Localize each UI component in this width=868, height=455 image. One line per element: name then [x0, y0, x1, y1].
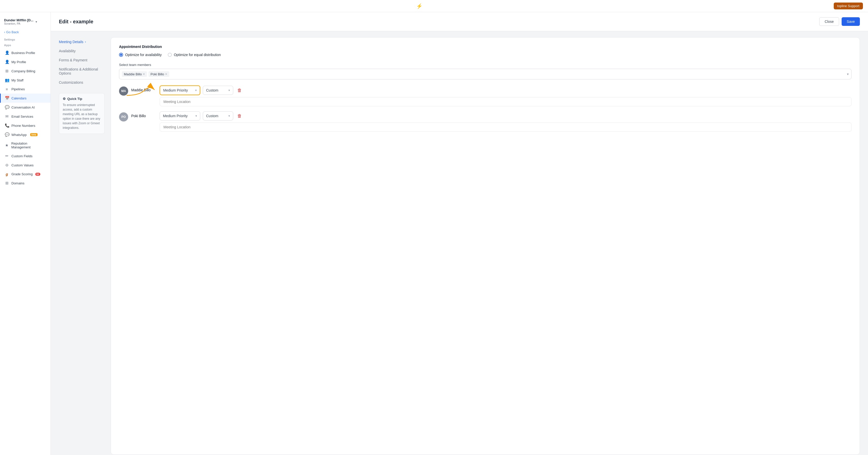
sidebar-item-label: Company Billing [11, 69, 35, 73]
topbar-center: ⚡ [416, 3, 423, 9]
chevron-down-icon: ▾ [35, 20, 37, 24]
workspace-name: Dunder Mifflin [D... [4, 18, 33, 22]
save-button[interactable]: Save [842, 17, 860, 26]
sidebar-item-email-services[interactable]: ✉ Email Services [0, 112, 51, 121]
location-input-maddie[interactable] [160, 97, 851, 106]
edit-actions: Close Save [819, 17, 860, 26]
priority-value-maddie: Medium Priority [163, 88, 188, 92]
domains-icon: ⊞ [5, 181, 9, 185]
radio-circle-checked [119, 53, 123, 57]
sidebar-item-whatsapp[interactable]: 💬 WhatsApp beta [0, 130, 51, 139]
nav-item-customizations[interactable]: Customizations [59, 78, 104, 87]
my-profile-icon: 👤 [5, 60, 9, 64]
sidebar-item-company-billing[interactable]: ⊞ Company Billing [0, 66, 51, 75]
sidebar-item-business-profile[interactable]: 👤 Business Profile [0, 48, 51, 57]
custom-value-poki: Custom [206, 114, 218, 118]
avatar-initials-maddie: MA [121, 89, 126, 93]
main-content: Edit - example Close Save Meeting Detail… [51, 12, 868, 455]
sidebar-item-label: Custom Fields [11, 154, 32, 158]
priority-select-poki[interactable]: Medium Priority ▾ [160, 111, 200, 121]
sidebar-item-phone-numbers[interactable]: 📞 Phone Numbers [0, 121, 51, 130]
pipelines-icon: ≡ [5, 87, 9, 91]
custom-fields-icon: ✏ [5, 154, 9, 158]
sidebar-item-label: My Staff [11, 78, 23, 82]
sidebar-item-custom-fields[interactable]: ✏ Custom Fields [0, 152, 51, 161]
avatar-maddie: MA [119, 87, 128, 96]
avatar-initials-poki: PO [121, 115, 126, 119]
priority-chevron-icon-maddie: ▾ [195, 89, 197, 92]
delete-maddie-button[interactable]: 🗑 [236, 86, 243, 95]
support-button[interactable]: topline Support [834, 3, 863, 9]
reputation-icon: ★ [5, 143, 9, 148]
sidebar-item-conversation-ai[interactable]: 💬 Conversation AI [0, 103, 51, 112]
sidebar-item-pipelines[interactable]: ≡ Pipelines [0, 85, 51, 94]
sidebar-item-my-profile[interactable]: 👤 My Profile [0, 57, 51, 66]
beta-badge: beta [30, 133, 37, 136]
team-tag-poki: Poki Billo × [149, 71, 169, 77]
team-tag-maddie: Maddie Billo × [122, 71, 147, 77]
custom-chevron-icon-poki: ▾ [228, 114, 230, 118]
apps-label: Apps [0, 43, 51, 48]
email-services-icon: ✉ [5, 114, 9, 119]
appointment-distribution-label: Appointment Distribution [119, 45, 851, 49]
sidebar-item-label: WhatsApp [11, 133, 27, 137]
location-row-poki [160, 123, 851, 132]
location-row-maddie [160, 97, 851, 106]
sidebar-item-label: Email Services [11, 115, 33, 119]
edit-header: Edit - example Close Save [51, 12, 868, 31]
sidebar-item-reputation-management[interactable]: ★ Reputation Management [0, 139, 51, 152]
avatar-poki: PO [119, 112, 128, 122]
whatsapp-icon: 💬 [5, 132, 9, 137]
nav-item-notifications[interactable]: Notifications & Additional Options [59, 65, 104, 78]
custom-values-icon: ⊖ [5, 163, 9, 167]
priority-chevron-icon-poki: ▾ [195, 114, 197, 118]
location-input-poki[interactable] [160, 123, 851, 132]
sidebar-item-my-staff[interactable]: 👥 My Staff [0, 75, 51, 85]
nav-item-forms-payment[interactable]: Forms & Payment [59, 56, 104, 65]
workspace-sub: Scranton, PA [4, 22, 33, 25]
conversation-ai-icon: 💬 [5, 105, 9, 109]
content-area: Meeting Details › Availability Forms & P… [51, 31, 868, 455]
sidebar-item-label: Pipelines [11, 87, 25, 91]
sidebar-item-grade-scoring[interactable]: g Grade Scoring 52 [0, 170, 51, 178]
remove-maddie-button[interactable]: × [143, 72, 145, 76]
sidebar-item-label: Domains [11, 181, 24, 185]
close-button[interactable]: Close [819, 17, 839, 26]
remove-poki-button[interactable]: × [165, 72, 167, 76]
sidebar-item-calendars[interactable]: 📅 Calendars [0, 94, 51, 103]
form-card: Appointment Distribution Optimize for av… [111, 37, 860, 455]
phone-numbers-icon: 📞 [5, 123, 9, 128]
member-name-maddie: Maddie Billo [131, 88, 157, 92]
grade-scoring-icon: g [5, 172, 9, 176]
priority-value-poki: Medium Priority [163, 114, 188, 118]
member-item-maddie: MA Maddie Billo [119, 86, 851, 106]
page-title: Edit - example [59, 19, 93, 25]
custom-chevron-icon-maddie: ▾ [228, 89, 230, 92]
workspace-selector[interactable]: Dunder Mifflin [D... Scranton, PA ▾ [0, 16, 51, 29]
team-members-field-label: Select team members [119, 63, 851, 67]
custom-select-maddie[interactable]: Custom ▾ [203, 86, 233, 95]
go-back-link[interactable]: ‹ Go Back [0, 29, 51, 37]
settings-label: Settings [0, 37, 51, 43]
customizations-label: Customizations [59, 80, 83, 85]
gear-icon: ⚙ [63, 97, 66, 101]
sidebar-item-domains[interactable]: ⊞ Domains [0, 178, 51, 188]
nav-item-availability[interactable]: Availability [59, 46, 104, 56]
custom-select-poki[interactable]: Custom ▾ [203, 111, 233, 121]
notifications-label: Notifications & Additional Options [59, 67, 104, 75]
availability-label: Availability [59, 49, 75, 53]
forms-payment-label: Forms & Payment [59, 58, 87, 62]
sidebar-item-label: Business Profile [11, 51, 35, 55]
delete-poki-button[interactable]: 🗑 [236, 112, 243, 120]
nav-item-meeting-details[interactable]: Meeting Details › [59, 37, 104, 46]
radio-label-availability: Optimize for availability [125, 53, 162, 57]
member-controls-maddie: Medium Priority ▾ Custom ▾ 🗑 [160, 86, 851, 106]
team-select[interactable]: Maddie Billo × Poki Billo × ▾ [119, 69, 851, 79]
radio-group: Optimize for availability Optimize for e… [119, 53, 851, 57]
sidebar-item-custom-values[interactable]: ⊖ Custom Values [0, 161, 51, 170]
quick-tip-text: To ensure uninterrupted access, add a cu… [63, 103, 101, 130]
radio-optimize-equal[interactable]: Optimize for equal distribution [168, 53, 221, 57]
priority-select-maddie[interactable]: Medium Priority ▾ [160, 86, 200, 95]
radio-optimize-availability[interactable]: Optimize for availability [119, 53, 162, 57]
sidebar-item-label: My Profile [11, 60, 26, 64]
